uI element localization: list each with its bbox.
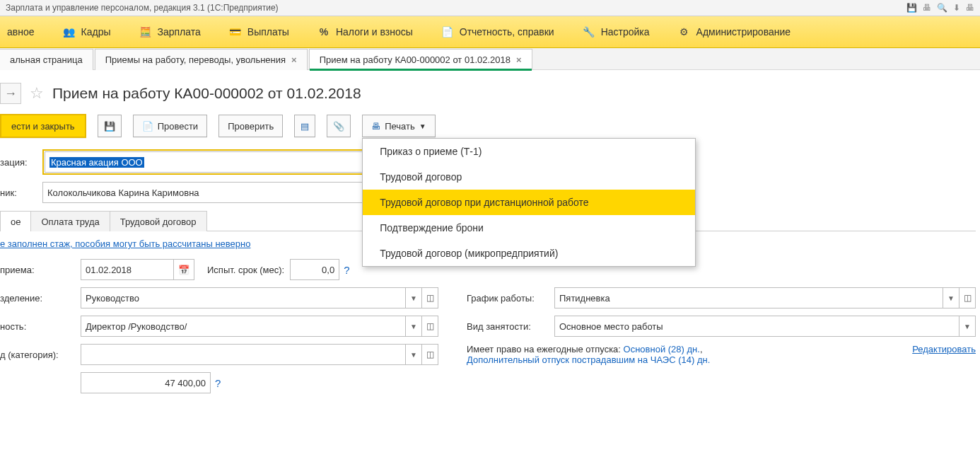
page-title: Прием на работу КА00-000002 от 01.02.201… [52,85,361,102]
trial-label: Испыт. срок (мес): [207,265,284,275]
check-button[interactable]: Проверить [218,115,283,137]
list-icon: ▤ [301,121,309,132]
print2-icon[interactable]: 🖶 [966,0,974,16]
printer-icon: 🖶 [371,121,380,132]
subtab-contract[interactable]: Трудовой договор [110,211,207,231]
save-button[interactable]: 💾 [98,115,122,137]
nav-personnel[interactable]: 👥 Кадры [59,16,115,47]
gear-icon: ⚙ [678,25,691,38]
nav-salary[interactable]: 🧮 Зарплата [135,16,205,47]
save-icon[interactable]: 💾 [906,0,917,16]
vacation-add-link[interactable]: Дополнительный отпуск пострадавшим на ЧА… [467,354,710,365]
category-label: д (категория): [0,350,81,360]
tab-document[interactable]: Прием на работу КА00-000002 от 01.02.201… [309,49,532,70]
open-ref-button[interactable]: ◫ [959,287,976,308]
save-and-close-button[interactable]: ести и закрыть [0,114,86,138]
schedule-input[interactable]: Пятидневка [554,287,943,308]
print-menu-item-t1[interactable]: Приказ о приеме (Т-1) [363,139,695,164]
edit-vacation-link[interactable]: Редактировать [912,344,976,354]
subtab-main[interactable]: ое [0,211,31,231]
subtab-pay[interactable]: Оплата труда [30,211,110,231]
document-tabs: альная страница Приемы на работу, перево… [0,48,980,70]
vacation-text: Имеет право на ежегодные отпуска: [467,344,624,354]
post-button[interactable]: 📄 Провести [133,115,208,137]
document-icon: 📄 [441,25,454,38]
open-ref-button[interactable]: ◫ [422,287,438,308]
search-icon[interactable]: 🔍 [937,0,947,16]
open-ref-button[interactable]: ◫ [422,316,438,337]
organization-label: зация: [0,157,42,168]
print-menu-item-contract[interactable]: Трудовой договор [363,164,695,190]
help-icon[interactable]: ? [344,264,349,276]
heading-row: → ☆ Прием на работу КА00-000002 от 01.02… [0,83,976,104]
close-icon[interactable]: × [291,54,297,65]
trial-input[interactable]: 0,0 [290,259,339,280]
disk-icon: 💾 [104,121,115,132]
calendar-icon[interactable]: 📅 [174,259,194,280]
organization-input[interactable]: Красная акация ООО [45,151,375,173]
nav-admin[interactable]: ⚙ Администрирование [674,16,795,47]
department-input[interactable]: Руководство [81,287,406,308]
category-input[interactable] [81,344,406,365]
wrench-icon: 🔧 [583,25,595,38]
warning-link[interactable]: е заполнен стаж, пособия могут быть расс… [0,238,250,249]
hire-date-input[interactable]: 01.02.2018 [81,259,174,280]
download-icon[interactable]: ⬇ [953,0,960,16]
wallet-icon: 💳 [229,25,242,38]
paperclip-icon: 📎 [333,121,344,132]
employee-label: ник: [0,188,42,198]
nav-settings[interactable]: 🔧 Настройка [578,16,654,47]
form-columns: приема: 01.02.2018 📅 Испыт. срок (мес): … [0,259,976,400]
open-ref-button[interactable]: ◫ [422,344,438,365]
print-icon[interactable]: 🖶 [923,0,931,16]
amount-input[interactable]: 47 400,00 [81,372,211,393]
list-button[interactable]: ▤ [294,115,315,137]
nav-main[interactable]: авное [3,16,39,47]
schedule-label: График работы: [467,293,554,304]
department-label: зделение: [0,293,81,304]
window-title: Зарплата и управление персоналом, редакц… [6,0,279,16]
print-menu-item-micro[interactable]: Трудовой договор (микропредприятий) [363,241,695,266]
attach-button[interactable]: 📎 [327,115,351,137]
toolbar: ести и закрыть 💾 📄 Провести Проверить ▤ … [0,114,976,138]
vacation-main-link[interactable]: Основной (28) дн. [624,344,700,354]
position-input[interactable]: Директор /Руководство/ [81,316,406,337]
main-navbar: авное 👥 Кадры 🧮 Зарплата 💳 Выплаты % Нал… [0,16,980,48]
nav-payments[interactable]: 💳 Выплаты [225,16,293,47]
tab-list[interactable]: Приемы на работу, переводы, увольнения × [95,49,308,70]
print-menu: Приказ о приеме (Т-1) Трудовой договор Т… [362,138,696,267]
post-icon: 📄 [142,121,153,132]
organization-field-focus: Красная акация ООО ▼ ◫ [42,149,410,175]
dropdown-button[interactable]: ▼ [959,316,976,337]
hire-date-label: приема: [0,265,81,275]
organization-value: Красная акация ООО [49,157,144,168]
window-titlebar: Зарплата и управление персоналом, редакц… [0,0,980,16]
print-button[interactable]: 🖶 Печать ▼ [362,115,436,137]
print-menu-item-booking[interactable]: Подтверждение брони [363,215,695,241]
position-label: ность: [0,321,81,332]
close-icon[interactable]: × [516,54,522,65]
print-menu-item-remote[interactable]: Трудовой договор при дистанционной работ… [363,190,695,215]
dropdown-button[interactable]: ▼ [943,287,959,308]
employment-label: Вид занятости: [467,321,554,332]
percent-icon: % [317,25,330,38]
help-icon[interactable]: ? [215,377,221,389]
window-tool-icons: 💾 🖶 🔍 ⬇ 🖶 [906,0,974,16]
dropdown-button[interactable]: ▼ [406,344,422,365]
dropdown-button[interactable]: ▼ [406,316,422,337]
employee-input[interactable]: Колокольчикова Карина Каримовна [42,182,378,203]
nav-taxes[interactable]: % Налоги и взносы [313,16,417,47]
dropdown-button[interactable]: ▼ [406,287,422,308]
favorite-icon[interactable]: ☆ [30,84,44,103]
calculator-icon: 🧮 [139,25,152,38]
nav-reports[interactable]: 📄 Отчетность, справки [437,16,559,47]
tab-home[interactable]: альная страница [0,49,93,70]
chevron-down-icon: ▼ [419,122,426,130]
employment-input[interactable]: Основное место работы [554,316,959,337]
forward-button[interactable]: → [0,83,21,104]
people-icon: 👥 [63,25,76,38]
